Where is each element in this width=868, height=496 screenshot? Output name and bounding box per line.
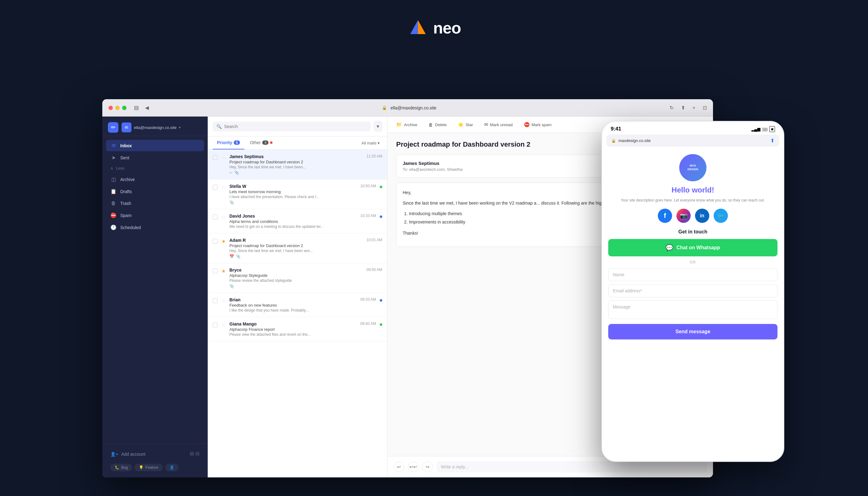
inbox-icon: ✉ — [110, 143, 117, 149]
instagram-icon[interactable]: 📷 — [677, 208, 691, 223]
reply-button[interactable]: ↩ — [394, 462, 404, 472]
email-time: 10:50 AM — [360, 184, 376, 188]
user-button[interactable]: 👤 — [165, 464, 179, 471]
email-item[interactable]: ☆ Brian Feedback on new features I like … — [208, 293, 387, 317]
email-star-icon[interactable]: ☆ — [221, 214, 226, 220]
email-star-icon[interactable]: ☆ — [221, 155, 226, 160]
email-preview: Hey, Since the last time we met, I have … — [229, 165, 363, 169]
tab-priority[interactable]: Priority 5 — [213, 136, 244, 150]
filter-button[interactable]: ▾ — [374, 121, 382, 132]
tab-other[interactable]: Other 9 — [246, 136, 277, 150]
email-checkbox[interactable] — [213, 298, 218, 303]
email-star-icon[interactable]: ☆ — [221, 184, 226, 190]
email-item[interactable]: ☆ Giana Mango Alphacorp Finance report P… — [208, 317, 387, 341]
archive-button[interactable]: 📁 Archive — [394, 120, 420, 129]
email-preview: Hey, Since the last time we met, I have … — [229, 249, 363, 253]
email-item[interactable]: ☆ Stella W Lets meet tomorrow morning I … — [208, 180, 387, 209]
linkedin-icon[interactable]: in — [695, 208, 709, 223]
email-item[interactable]: ☆ James Septimus Project roadmap for Das… — [208, 150, 387, 180]
compose-button[interactable]: ✏ — [108, 122, 119, 133]
phone-browser-bar[interactable]: 🔒 maxdesign.co.site ⬆ — [606, 135, 779, 146]
delete-button[interactable]: 🗑 Delete — [426, 121, 449, 129]
search-box[interactable]: 🔍 — [213, 122, 370, 131]
email-subject: Project roadmap for Dashboard version 2 — [229, 160, 363, 164]
sidebar-item-sent[interactable]: ➤ Sent — [106, 152, 204, 164]
email-meta: 📎 — [229, 200, 356, 205]
mark-spam-button[interactable]: ⛔ Mark spam — [522, 120, 554, 129]
email-meta: 📎 — [229, 284, 363, 288]
email-content: Bryce Alphacorp Styleguide Please review… — [229, 267, 363, 288]
bug-button[interactable]: 🐛 🐛 Bug Bug — [110, 464, 132, 471]
email-preview: Please view the attached files and rever… — [229, 332, 356, 337]
email-content: Giana Mango Alphacorp Finance report Ple… — [229, 322, 356, 337]
email-preview: I like the design that you have made. Pr… — [229, 308, 356, 312]
mobile-phone: 9:41 ▂▄▆ )))) ■ 🔒 maxdesign.co.site ⬆ MA… — [601, 121, 784, 462]
email-subject: Alphacorp Finance report — [229, 327, 356, 332]
forward-button[interactable]: ↪ — [422, 462, 433, 472]
bug-icon: 🐛 — [115, 465, 119, 470]
email-checkbox[interactable] — [213, 268, 218, 274]
twitter-icon[interactable]: 🐦 — [714, 208, 728, 223]
sidebar-item-inbox[interactable]: ✉ Inbox — [106, 140, 204, 151]
email-items: ☆ James Septimus Project roadmap for Das… — [208, 150, 387, 477]
message-field[interactable]: Message — [608, 300, 777, 319]
tab-overview-icon[interactable]: ⊡ — [703, 105, 707, 111]
add-account-button[interactable]: 👤+ Add account Ⓜ Ⓝ — [106, 448, 204, 460]
maximize-button[interactable] — [122, 106, 126, 110]
email-star-icon[interactable]: ★ — [221, 238, 226, 244]
sidebar-item-archive[interactable]: ◫ Archive — [106, 174, 204, 185]
email-time: 08:40 AM — [360, 322, 376, 326]
sidebar-nav: ✉ Inbox ➤ Sent ∧ Less ◫ Archive 📋 Dra — [102, 136, 208, 444]
email-list-header: 🔍 ▾ — [208, 117, 387, 136]
email-checkbox[interactable] — [213, 155, 218, 160]
feature-button[interactable]: 💡 Feature — [135, 464, 162, 471]
star-button[interactable]: ⭐ Star — [455, 120, 476, 129]
email-item[interactable]: ★ Adam R Project roadmap for Dashboard v… — [208, 233, 387, 263]
email-content: David Jones Alpha terms and conditions W… — [229, 214, 356, 229]
email-item[interactable]: ☆ David Jones Alpha terms and conditions… — [208, 209, 387, 233]
browser-share-icon[interactable]: ⬆ — [770, 138, 774, 143]
share-icon[interactable]: ⬆ — [681, 105, 685, 111]
email-checkbox[interactable] — [213, 239, 218, 244]
whatsapp-icon: 💬 — [666, 244, 673, 251]
sidebar-item-trash[interactable]: 🗑 Trash — [106, 198, 204, 209]
email-field[interactable]: Email address* — [608, 284, 777, 297]
reply-input[interactable]: Write a reply... — [436, 461, 707, 472]
archive-icon: ◫ — [110, 176, 117, 182]
send-message-button[interactable]: Send message — [608, 324, 777, 339]
whatsapp-button[interactable]: 💬 Chat on Whatsapp — [608, 239, 777, 257]
email-subject: Lets meet tomorrow morning — [229, 189, 356, 194]
account-selector[interactable]: ✉ ella@maxdesign.co.site ▾ — [122, 122, 202, 133]
sidebar-item-spam[interactable]: ⛔ Spam — [106, 210, 204, 221]
email-sender: James Septimus — [229, 154, 363, 159]
email-meta: ↩ 📎 — [229, 170, 363, 175]
all-mails-button[interactable]: All mails ▾ — [359, 140, 382, 146]
account-chevron-icon: ▾ — [179, 126, 181, 129]
name-field[interactable]: Name — [608, 268, 777, 281]
hello-world-heading: Hello world! — [608, 186, 777, 195]
address-bar[interactable]: 🔒 ella@maxdesign.co.site — [154, 105, 665, 110]
reload-icon[interactable]: ↻ — [670, 105, 673, 111]
facebook-icon[interactable]: f — [658, 208, 672, 223]
email-star-icon[interactable]: ☆ — [221, 322, 226, 328]
email-item[interactable]: ★ Bryce Alphacorp Styleguide Please revi… — [208, 263, 387, 293]
sidebar-item-drafts[interactable]: 📋 Drafts — [106, 186, 204, 197]
or-divider: OR — [608, 260, 777, 264]
sidebar-toggle-icon[interactable]: ▤ — [134, 105, 139, 111]
reply-all-button[interactable]: ↩↩ — [408, 462, 418, 472]
mark-unread-button[interactable]: ✉ Mark unread — [482, 120, 515, 129]
sidebar-less-toggle[interactable]: ∧ Less — [106, 164, 204, 172]
email-star-icon[interactable]: ★ — [221, 268, 226, 274]
email-star-icon[interactable]: ☆ — [221, 298, 226, 304]
search-input[interactable] — [224, 124, 367, 129]
new-tab-icon[interactable]: + — [693, 105, 695, 111]
email-checkbox[interactable] — [213, 185, 218, 190]
sidebar-item-scheduled[interactable]: 🕐 Scheduled — [106, 222, 204, 233]
back-icon[interactable]: ◀ — [145, 105, 149, 111]
close-button[interactable] — [108, 106, 113, 110]
minimize-button[interactable] — [115, 106, 120, 110]
search-icon: 🔍 — [216, 124, 222, 129]
email-time: 09:55 AM — [367, 267, 382, 272]
email-checkbox[interactable] — [213, 215, 218, 219]
email-checkbox[interactable] — [213, 322, 218, 327]
